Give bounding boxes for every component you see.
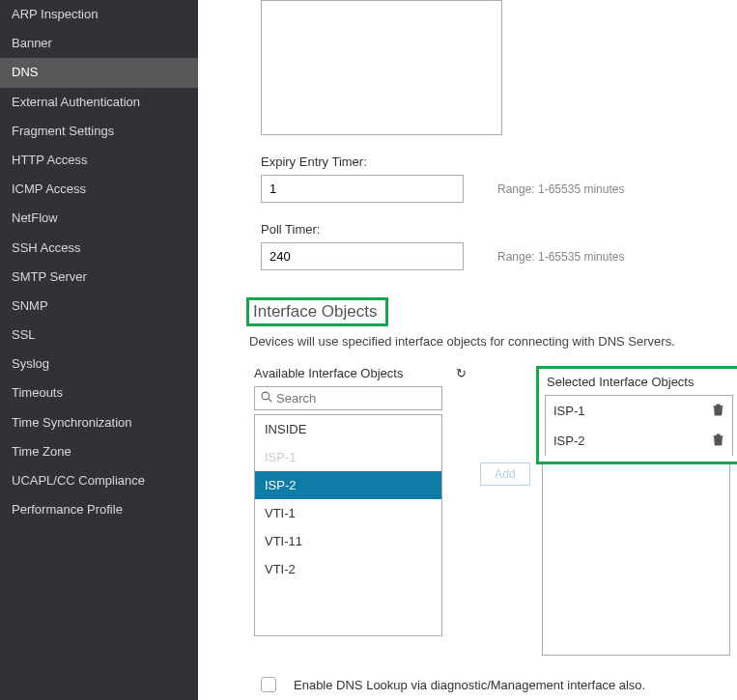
dns-lookup-checkbox-row: Enable DNS Lookup via diagnostic/Managem…	[261, 677, 737, 692]
sidebar-item-time-zone[interactable]: Time Zone	[0, 437, 198, 466]
available-column: Available Interface Objects ↻ INSIDE ISP…	[254, 366, 467, 636]
poll-timer-field: Poll Timer: Range: 1-65535 minutes	[246, 222, 737, 270]
sidebar-item-ssh-access[interactable]: SSH Access	[0, 234, 198, 263]
expiry-timer-input[interactable]	[261, 175, 464, 203]
sidebar-item-timeouts[interactable]: Timeouts	[0, 378, 198, 407]
list-item[interactable]: INSIDE	[255, 415, 441, 443]
selected-item: ISP-1	[546, 396, 732, 426]
expiry-timer-label: Expiry Entry Timer:	[261, 154, 737, 169]
sidebar-item-arp-inspection[interactable]: ARP Inspection	[0, 0, 198, 29]
selected-item: ISP-2	[546, 426, 732, 456]
expiry-timer-hint: Range: 1-65535 minutes	[497, 182, 624, 196]
sidebar-item-icmp-access[interactable]: ICMP Access	[0, 175, 198, 204]
selected-item-label: ISP-1	[553, 404, 585, 418]
dns-lookup-checkbox[interactable]	[261, 677, 276, 692]
svg-point-0	[262, 392, 269, 400]
sidebar-item-external-authentication[interactable]: External Authentication	[0, 88, 198, 117]
list-item[interactable]: ISP-2	[255, 471, 441, 499]
sidebar-item-snmp[interactable]: SNMP	[0, 292, 198, 321]
dns-lookup-checkbox-label: Enable DNS Lookup via diagnostic/Managem…	[294, 678, 645, 692]
poll-timer-label: Poll Timer:	[261, 222, 737, 237]
search-box[interactable]	[254, 386, 442, 410]
poll-timer-input[interactable]	[261, 242, 464, 270]
sidebar: ARP Inspection Banner DNS External Authe…	[0, 0, 198, 700]
add-button[interactable]: Add	[480, 462, 529, 486]
sidebar-item-http-access[interactable]: HTTP Access	[0, 146, 198, 175]
list-item[interactable]: VTI-2	[255, 555, 441, 583]
expiry-timer-field: Expiry Entry Timer: Range: 1-65535 minut…	[246, 154, 737, 203]
search-input[interactable]	[276, 391, 439, 406]
selected-column: Selected Interface Objects ISP-1 ISP-2	[544, 366, 737, 656]
list-item[interactable]: VTI-1	[255, 499, 441, 527]
trash-icon[interactable]	[712, 403, 724, 419]
sidebar-item-time-synchronization[interactable]: Time Synchronization	[0, 408, 198, 437]
section-title-highlight: Interface Objects	[246, 297, 388, 326]
available-label: Available Interface Objects	[254, 366, 403, 380]
textarea-box[interactable]	[261, 0, 502, 135]
sidebar-item-netflow[interactable]: NetFlow	[0, 204, 198, 233]
section-title: Interface Objects	[253, 302, 378, 321]
sidebar-item-ucapl-cc-compliance[interactable]: UCAPL/CC Compliance	[0, 466, 198, 495]
svg-line-1	[269, 399, 271, 402]
main-panel: Expiry Entry Timer: Range: 1-65535 minut…	[198, 0, 737, 700]
selected-highlight: Selected Interface Objects ISP-1 ISP-2	[536, 366, 737, 464]
list-item[interactable]: VTI-11	[255, 527, 441, 555]
refresh-icon[interactable]: ↻	[456, 366, 467, 380]
list-item: ISP-1	[255, 443, 441, 471]
selected-item-label: ISP-2	[553, 434, 585, 448]
sidebar-item-banner[interactable]: Banner	[0, 29, 198, 58]
poll-timer-hint: Range: 1-65535 minutes	[497, 250, 624, 264]
sidebar-item-syslog[interactable]: Syslog	[0, 350, 198, 378]
sidebar-item-performance-profile[interactable]: Performance Profile	[0, 495, 198, 524]
trash-icon[interactable]	[712, 433, 724, 449]
sidebar-item-ssl[interactable]: SSL	[0, 321, 198, 350]
search-icon	[261, 391, 272, 406]
sidebar-item-dns[interactable]: DNS	[0, 58, 198, 87]
sidebar-item-fragment-settings[interactable]: Fragment Settings	[0, 117, 198, 146]
section-description: Devices will use specified interface obj…	[249, 334, 737, 349]
selected-label: Selected Interface Objects	[545, 369, 735, 395]
sidebar-item-smtp-server[interactable]: SMTP Server	[0, 263, 198, 292]
available-list: INSIDE ISP-1 ISP-2 VTI-1 VTI-11 VTI-2	[254, 414, 442, 636]
